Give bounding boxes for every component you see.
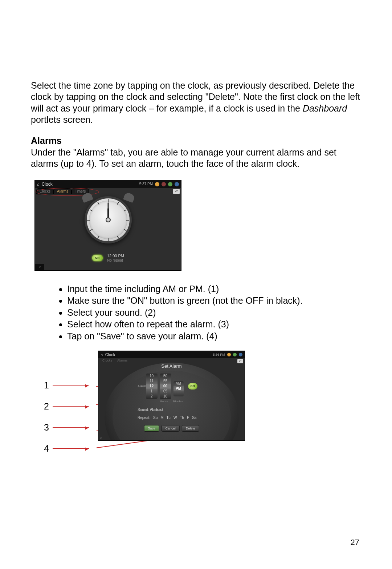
cancel-button[interactable]: Cancel <box>162 425 180 432</box>
alarm-repeat-label: No repeat <box>107 258 124 262</box>
sound-value: Abstract <box>150 408 163 412</box>
hours-caption: Hours <box>160 400 168 403</box>
repeat-day[interactable]: F <box>187 416 189 420</box>
delete-button[interactable]: Delete <box>182 425 199 432</box>
status-icon <box>162 182 166 186</box>
list-item: Select your sound. (2) <box>67 307 361 319</box>
tab-clocks[interactable]: Clocks <box>100 358 115 363</box>
callout-number: 1 <box>42 380 49 391</box>
callout-number: 3 <box>42 422 49 433</box>
status-icon <box>239 353 242 356</box>
list-item: Tap on "Save" to save your alarm. (4) <box>67 330 361 342</box>
intro-text-italic: Dashboard <box>303 103 347 113</box>
page-number: 27 <box>351 538 359 547</box>
screenshot-alarms-tab: ⌂ Clock 5:37 PM Clocks Alarms Timers ↶ <box>34 180 181 271</box>
clock-pivot <box>106 217 111 222</box>
statusbar: ⌂ Clock 5:37 PM <box>35 180 181 188</box>
callout-arrow <box>53 448 89 449</box>
tab-alarms[interactable]: Alarms <box>54 188 72 194</box>
repeat-day[interactable]: Sa <box>192 416 196 420</box>
screenshot-set-alarm: ⌂ Clock 5:56 PM Clocks Alarms ↶ Set Alar… <box>98 351 245 441</box>
wheel-captions: Hours Minutes <box>160 400 183 403</box>
alarm-on-toggle[interactable]: ON <box>188 383 197 390</box>
app-title: Clock <box>105 352 115 357</box>
alarm-clock[interactable] <box>75 191 141 243</box>
statusbar-time: 5:56 PM <box>213 353 225 356</box>
tab-alarms[interactable]: Alarms <box>115 358 130 363</box>
bell-icon <box>123 191 135 202</box>
repeat-row: Repeat: Su M Tu W Th F Sa <box>138 416 196 420</box>
ampm-wheel[interactable]: AM PM <box>173 381 184 396</box>
status-icon <box>155 182 159 186</box>
status-icon <box>175 182 179 186</box>
bell-icon <box>81 191 93 202</box>
repeat-day[interactable]: Tu <box>167 416 171 420</box>
repeat-day[interactable]: Th <box>180 416 184 420</box>
save-button[interactable]: Save <box>144 425 159 432</box>
dock-icon[interactable]: ⎚ <box>100 436 102 440</box>
callout-number: 2 <box>42 401 49 412</box>
status-icon <box>168 182 172 186</box>
tab-bar: Clocks Alarms <box>100 358 130 363</box>
screenshot-set-alarm-group: 1 2 3 4 ⌂ Clock 5:56 PM Clocks Alarms ↶ <box>42 351 296 441</box>
alarms-paragraph: Under the "Alarms" tab, you are able to … <box>31 147 361 170</box>
minutes-wheel[interactable]: 50 55 00 05 10 <box>160 374 171 399</box>
callout-number: 4 <box>42 443 49 454</box>
list-item: Select how often to repeat the alarm. (3… <box>67 318 361 330</box>
time-picker: 10 11 12 1 2 50 55 00 05 10 AM PM ON <box>146 374 197 399</box>
clock-face[interactable] <box>85 196 132 243</box>
statusbar: ⌂ Clock 5:56 PM <box>98 351 245 358</box>
alarm-time-label: 12:00 PM <box>107 254 124 258</box>
callout-arrow <box>53 427 89 428</box>
list-item: Make sure the "ON" button is green (not … <box>67 295 361 307</box>
dialog-button-row: Save Cancel Delete <box>144 425 199 432</box>
repeat-day[interactable]: M <box>160 416 163 420</box>
status-icon <box>233 353 237 356</box>
callout-arrow <box>53 385 89 386</box>
status-icon <box>227 353 231 356</box>
sound-row[interactable]: Sound: Abstract <box>138 408 163 412</box>
alarm-info: 12:00 PM No repeat <box>107 254 124 262</box>
intro-paragraph: Select the time zone by tapping on the c… <box>31 80 361 125</box>
app-title: Clock <box>42 182 53 187</box>
back-button[interactable]: ↶ <box>237 359 243 363</box>
sound-label: Sound: <box>138 408 149 412</box>
dialog-title: Set Alarm <box>161 363 181 369</box>
home-icon: ⌂ <box>37 182 40 186</box>
alarm-on-toggle[interactable]: ON <box>92 255 103 261</box>
instruction-list: Input the time including AM or PM. (1) M… <box>60 283 361 342</box>
list-item: Input the time including AM or PM. (1) <box>67 283 361 295</box>
callout-arrow <box>53 406 89 407</box>
repeat-day[interactable]: W <box>173 416 177 420</box>
repeat-day[interactable]: Su <box>153 416 158 420</box>
back-button[interactable]: ↶ <box>173 189 180 194</box>
repeat-label: Repeat: <box>138 416 150 420</box>
dock-icon[interactable]: ⎚ <box>35 264 44 270</box>
alarms-heading: Alarms <box>31 136 361 146</box>
tab-clocks[interactable]: Clocks <box>36 188 54 194</box>
statusbar-time: 5:37 PM <box>139 182 153 186</box>
minutes-caption: Minutes <box>173 400 183 403</box>
hours-wheel[interactable]: 10 11 12 1 2 <box>146 374 158 399</box>
home-icon: ⌂ <box>101 352 103 357</box>
intro-text-b: portlets screen. <box>31 114 93 125</box>
